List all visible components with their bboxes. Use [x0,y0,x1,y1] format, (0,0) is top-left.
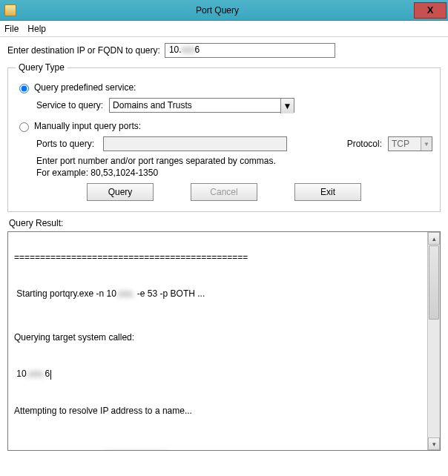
result-text[interactable]: ========================================… [8,232,427,450]
chevron-down-icon: ▼ [421,137,432,151]
ports-input[interactable] [103,136,287,151]
close-button[interactable]: X [414,2,447,19]
query-button[interactable]: Query [87,183,154,201]
radio-predefined-label: Query predefined service: [34,82,136,93]
scroll-up-icon[interactable]: ▴ [428,232,440,245]
menubar: File Help [0,21,448,37]
scrollbar[interactable]: ▴ ▾ [427,232,440,450]
ports-label: Ports to query: [36,139,97,149]
destination-label: Enter destination IP or FQDN to query: [7,45,160,56]
service-select[interactable] [109,98,294,113]
destination-input[interactable] [165,43,335,58]
radio-manual[interactable] [19,122,29,132]
app-icon [4,4,16,16]
text-caret [50,370,51,380]
service-label: Service to query: [36,100,103,110]
query-type-legend: Query Type [16,62,67,73]
query-type-group: Query Type Query predefined service: Ser… [7,62,441,212]
menu-file[interactable]: File [4,24,19,34]
protocol-label: Protocol: [347,139,382,149]
scroll-thumb[interactable] [429,245,439,320]
result-label: Query Result: [9,218,441,228]
result-box: ========================================… [7,231,441,451]
titlebar: Port Query X [0,0,448,21]
menu-help[interactable]: Help [27,24,46,34]
exit-button[interactable]: Exit [294,183,361,201]
window-title: Port Query [21,5,414,16]
cancel-button[interactable]: Cancel [191,183,257,201]
ports-help: Enter port number and/or port ranges sep… [36,156,432,179]
scroll-down-icon[interactable]: ▾ [428,437,440,450]
radio-manual-label: Manually input query ports: [34,121,141,131]
radio-predefined[interactable] [19,84,29,93]
